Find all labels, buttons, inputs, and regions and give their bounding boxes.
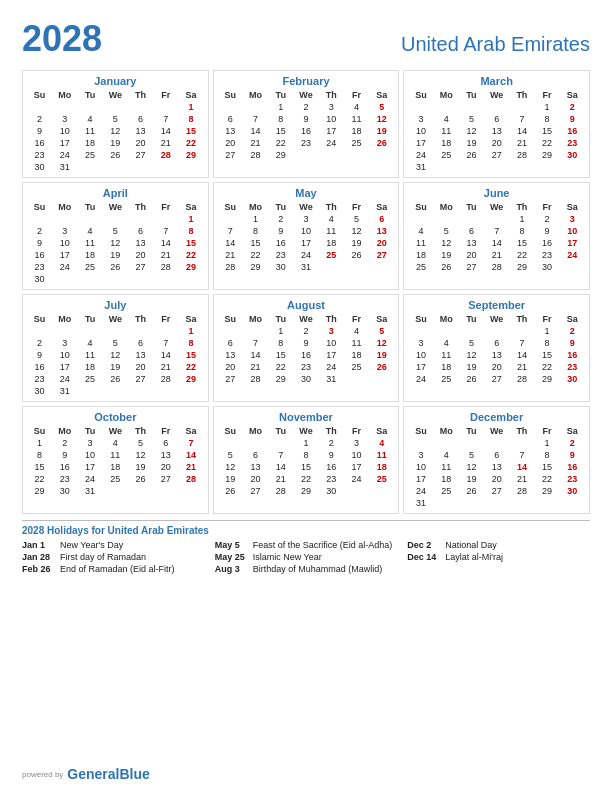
calendar-day: 5: [369, 101, 394, 113]
calendar-day: 11: [408, 237, 433, 249]
calendar-day: 15: [243, 237, 268, 249]
day-header: Mo: [434, 201, 459, 213]
calendar-day: 17: [52, 249, 77, 261]
calendar-day: 12: [434, 237, 459, 249]
calendar-day: 8: [293, 449, 318, 461]
calendar-day: 20: [218, 137, 243, 149]
calendar-day: 2: [560, 101, 585, 113]
day-header: Tu: [459, 313, 484, 325]
year-title: 2028: [22, 18, 102, 60]
day-header: Mo: [434, 425, 459, 437]
calendar-day: [77, 325, 102, 337]
holiday-item: Feb 26End of Ramadan (Eid al-Fitr): [22, 564, 205, 574]
calendar-day: 28: [509, 485, 534, 497]
calendar-day: 6: [218, 337, 243, 349]
calendar-day: 6: [128, 113, 153, 125]
calendar-day: 19: [344, 237, 369, 249]
calendar-day: [344, 373, 369, 385]
holiday-date: Dec 14: [407, 552, 439, 562]
day-header: Su: [218, 425, 243, 437]
calendar-day: 8: [535, 449, 560, 461]
calendar-day: [153, 101, 178, 113]
calendar-day: 30: [268, 261, 293, 273]
day-header: Tu: [459, 425, 484, 437]
calendar-day: 7: [509, 113, 534, 125]
day-header: Fr: [344, 201, 369, 213]
calendar-day: 23: [560, 473, 585, 485]
calendar-day: [128, 485, 153, 497]
holiday-date: May 25: [215, 552, 247, 562]
calendar-day: 5: [218, 449, 243, 461]
calendar-day: 22: [178, 249, 203, 261]
calendar-day: 6: [484, 113, 509, 125]
month-block: SeptemberSuMoTuWeThFrSa12345678910111213…: [403, 294, 590, 402]
calendar-day: 4: [434, 113, 459, 125]
calendar-day: 26: [459, 149, 484, 161]
calendar-day: 17: [52, 137, 77, 149]
calendar-day: 30: [560, 149, 585, 161]
day-header: Sa: [369, 201, 394, 213]
brand-name: GeneralBlue: [67, 766, 149, 782]
calendar-day: 1: [178, 213, 203, 225]
day-header: Tu: [459, 201, 484, 213]
calendar-day: 1: [27, 437, 52, 449]
day-header: Fr: [153, 313, 178, 325]
calendar-day: 30: [27, 273, 52, 285]
calendar-day: 15: [178, 125, 203, 137]
calendar-day: 18: [369, 461, 394, 473]
calendar-day: 1: [293, 437, 318, 449]
calendar-day: 29: [178, 261, 203, 273]
calendar-day: 25: [434, 373, 459, 385]
calendar-day: 18: [434, 137, 459, 149]
calendar-day: 21: [484, 249, 509, 261]
calendar-day: 16: [319, 461, 344, 473]
calendar-day: [319, 261, 344, 273]
calendar-day: 6: [243, 449, 268, 461]
calendar-day: 3: [408, 337, 433, 349]
calendar-day: 16: [535, 237, 560, 249]
calendar-day: [243, 437, 268, 449]
calendar-day: 5: [344, 213, 369, 225]
month-block: MarchSuMoTuWeThFrSa123456789101112131415…: [403, 70, 590, 178]
calendar-day: 7: [243, 113, 268, 125]
holiday-column: May 5Feast of the Sacrifice (Eid al-Adha…: [215, 540, 398, 576]
day-header: We: [103, 201, 128, 213]
month-block: JanuarySuMoTuWeThFrSa1234567891011121314…: [22, 70, 209, 178]
calendar-day: 9: [293, 337, 318, 349]
calendar-day: [128, 161, 153, 173]
calendar-day: 25: [77, 149, 102, 161]
calendar-day: 27: [128, 373, 153, 385]
day-header: Mo: [243, 313, 268, 325]
calendar-day: 16: [27, 249, 52, 261]
calendar-day: 4: [103, 437, 128, 449]
calendar-day: 25: [369, 473, 394, 485]
calendar-day: 29: [178, 373, 203, 385]
calendar-day: 10: [319, 337, 344, 349]
calendar-day: 3: [52, 225, 77, 237]
holiday-item: Dec 14Laylat al-Mi'raj: [407, 552, 590, 562]
calendar-day: [434, 101, 459, 113]
calendar-day: 23: [560, 137, 585, 149]
calendar-day: 11: [434, 125, 459, 137]
holiday-date: May 5: [215, 540, 247, 550]
day-header: Tu: [268, 89, 293, 101]
calendar-day: [128, 273, 153, 285]
calendar-day: [77, 101, 102, 113]
calendar-day: 20: [484, 137, 509, 149]
calendar-day: 3: [293, 213, 318, 225]
calendar-day: 15: [293, 461, 318, 473]
calendar-day: [52, 325, 77, 337]
calendar-day: 6: [369, 213, 394, 225]
calendar-day: 14: [153, 349, 178, 361]
month-name: September: [408, 299, 585, 311]
calendar-day: 21: [218, 249, 243, 261]
day-header: Mo: [243, 425, 268, 437]
calendar-day: 13: [218, 349, 243, 361]
calendar-day: 18: [77, 137, 102, 149]
calendar-day: 20: [128, 249, 153, 261]
calendar-day: 18: [344, 349, 369, 361]
calendar-day: 12: [369, 113, 394, 125]
calendar-day: 14: [243, 349, 268, 361]
calendar-day: [408, 437, 433, 449]
day-header: Tu: [77, 425, 102, 437]
